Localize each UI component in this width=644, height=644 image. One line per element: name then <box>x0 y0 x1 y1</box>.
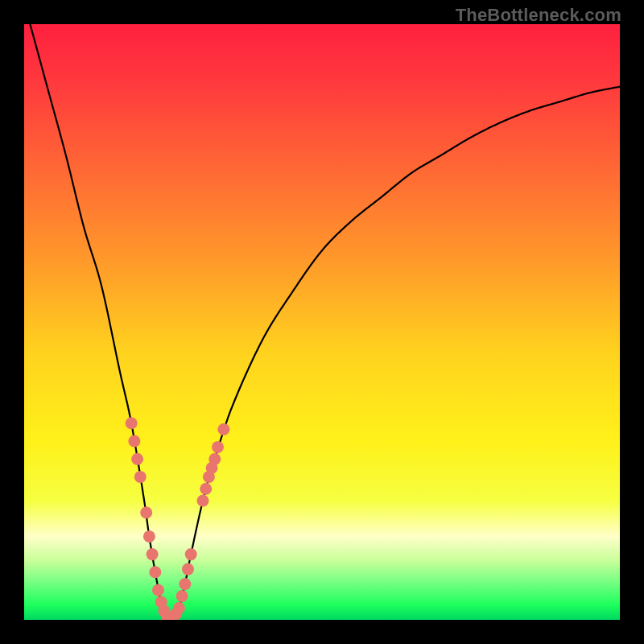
plot-area <box>24 24 620 620</box>
watermark-text: TheBottleneck.com <box>456 5 621 26</box>
bottleneck-curve <box>24 24 620 620</box>
